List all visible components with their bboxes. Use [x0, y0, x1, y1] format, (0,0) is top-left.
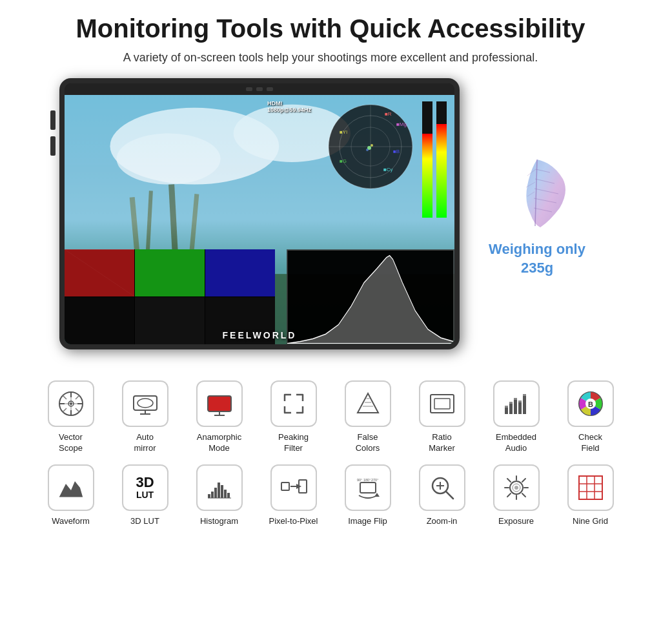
icon-box-3d-lut: 3D LUT [122, 464, 168, 511]
svg-marker-99 [374, 493, 380, 497]
embedded-audio-icon [502, 390, 531, 418]
icon-box-auto-mirror [122, 380, 168, 427]
svg-rect-76 [505, 406, 508, 408]
icon-label-ratio-marker: RatioMarker [429, 432, 454, 454]
vector-scope-icon [57, 390, 85, 418]
side-btn-2 [50, 136, 56, 156]
svg-point-22 [366, 149, 369, 151]
feather-svg [495, 150, 579, 234]
side-btn-1 [50, 110, 56, 130]
main-title: Monitoring Tools with Quick Accessibilit… [6, 13, 655, 44]
icons-row-2: Waveform 3D LUT 3D LUT [10, 459, 651, 532]
svg-rect-74 [518, 402, 522, 414]
monitor-btn-2 [256, 87, 263, 91]
svg-point-3 [117, 133, 221, 184]
svg-marker-65 [358, 393, 378, 413]
svg-rect-77 [509, 402, 513, 404]
icon-item-exposure: Exposure [479, 459, 553, 532]
weight-label: Weighing only 235g [473, 240, 602, 277]
header-section: Monitoring Tools with Quick Accessibilit… [6, 13, 655, 67]
icon-box-histogram [196, 464, 243, 511]
icon-box-false-colors [345, 380, 391, 427]
vectorscope-overlay: ■R ■Mg ■Yl ■B ■G ■Cy [325, 101, 416, 192]
svg-rect-71 [505, 408, 508, 414]
svg-marker-84 [59, 481, 83, 497]
dark-panel-2 [135, 297, 205, 344]
icon-item-ratio-marker: RatioMarker [405, 375, 479, 459]
peaking-filter-icon [280, 390, 308, 418]
icon-label-waveform: Waveform [52, 516, 90, 527]
anamorphic-mode-icon [205, 390, 234, 418]
ratio-marker-icon [428, 390, 456, 418]
audio-meter [422, 101, 448, 218]
icon-label-image-flip: Image Flip [348, 516, 387, 527]
icon-item-3d-lut: 3D LUT 3D LUT [108, 459, 182, 532]
svg-rect-79 [518, 400, 522, 402]
icon-item-false-colors: FalseColors [330, 375, 405, 459]
icon-item-embedded-audio: EmbeddedAudio [479, 375, 553, 459]
feather-image [495, 150, 579, 234]
monitor-top-bar [65, 83, 454, 95]
icon-item-check-field: B CheckField [553, 375, 627, 459]
svg-rect-31 [205, 249, 275, 296]
svg-rect-88 [214, 488, 217, 498]
monitor-section: HDMI 1080p@59.94Hz ■R [6, 78, 655, 349]
image-flip-icon: 90° 180° 270° [354, 473, 382, 502]
svg-rect-78 [514, 398, 517, 400]
svg-rect-98 [360, 483, 376, 493]
svg-rect-24 [422, 134, 432, 218]
svg-rect-70 [434, 399, 450, 409]
pixel-to-pixel-icon [280, 473, 308, 502]
svg-rect-72 [509, 404, 513, 414]
hdmi-label: HDMI 1080p@59.94Hz [267, 100, 311, 113]
icon-label-check-field: CheckField [578, 432, 602, 454]
icon-box-check-field: B [567, 380, 614, 427]
icon-label-auto-mirror: Automirror [134, 432, 156, 454]
svg-text:90°: 90° [357, 478, 362, 482]
monitor-device: HDMI 1080p@59.94Hz ■R [59, 78, 460, 349]
green-channel-panel [135, 249, 205, 296]
feather-section: Weighing only 235g [473, 150, 602, 277]
icon-item-anamorphic-mode: AnamorphicMode [182, 375, 256, 459]
svg-rect-89 [218, 483, 220, 498]
monitor-screen: HDMI 1080p@59.94Hz ■R [65, 95, 454, 344]
lut-display: 3D LUT [136, 475, 154, 500]
svg-line-54 [63, 408, 66, 412]
waveform-icon [57, 473, 85, 502]
histogram-overlay [287, 249, 454, 344]
svg-rect-118 [579, 476, 602, 499]
monitor-side-buttons [50, 110, 56, 156]
audio-meter-svg [422, 101, 448, 218]
icon-label-embedded-audio: EmbeddedAudio [496, 432, 536, 454]
svg-line-53 [76, 395, 79, 399]
icon-label-exposure: Exposure [498, 516, 534, 527]
nine-grid-icon [576, 473, 605, 502]
subtitle: A variety of on-screen tools help your s… [105, 49, 556, 67]
icon-item-pixel-to-pixel: Pixel-to-Pixel [256, 459, 330, 532]
svg-rect-94 [281, 483, 289, 490]
icon-item-vector-scope: VectorScope [34, 375, 108, 459]
red-channel-panel [65, 249, 134, 296]
icon-label-vector-scope: VectorScope [59, 432, 83, 454]
icon-label-anamorphic-mode: AnamorphicMode [197, 432, 241, 454]
icon-label-pixel-to-pixel: Pixel-to-Pixel [269, 516, 318, 527]
svg-rect-75 [523, 396, 526, 414]
icon-box-exposure [493, 464, 540, 511]
icon-item-image-flip: 90° 180° 270° Image Flip [330, 459, 405, 532]
svg-line-52 [76, 408, 79, 412]
svg-text:■Mg: ■Mg [396, 121, 407, 127]
icon-box-waveform [48, 464, 94, 511]
histogram-svg [287, 250, 454, 344]
svg-text:B: B [588, 400, 593, 408]
icon-label-3d-lut: 3D LUT [130, 516, 159, 527]
icon-label-nine-grid: Nine Grid [573, 516, 608, 527]
icon-box-ratio-marker [419, 380, 465, 427]
icon-box-peaking-filter [270, 380, 317, 427]
icon-item-waveform: Waveform [34, 459, 108, 532]
svg-line-104 [446, 492, 453, 499]
icon-box-zoom-in [419, 464, 465, 511]
svg-line-115 [507, 493, 511, 497]
icons-section: VectorScope Automirror [6, 369, 655, 532]
icon-box-nine-grid [567, 464, 614, 511]
svg-line-112 [507, 479, 511, 482]
